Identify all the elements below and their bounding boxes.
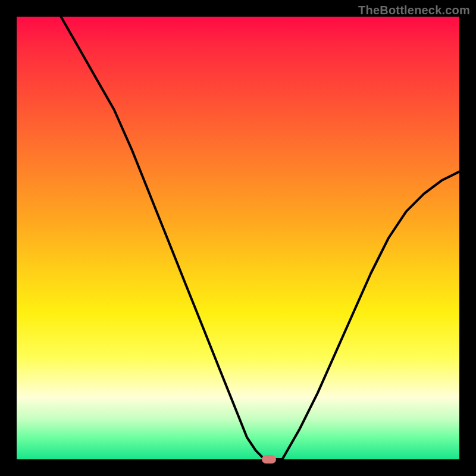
watermark-text: TheBottleneck.com <box>358 4 470 17</box>
plot-area <box>17 17 459 459</box>
optimum-marker <box>262 455 276 464</box>
chart-frame: TheBottleneck.com <box>0 0 476 476</box>
bottleneck-curve <box>17 17 459 459</box>
